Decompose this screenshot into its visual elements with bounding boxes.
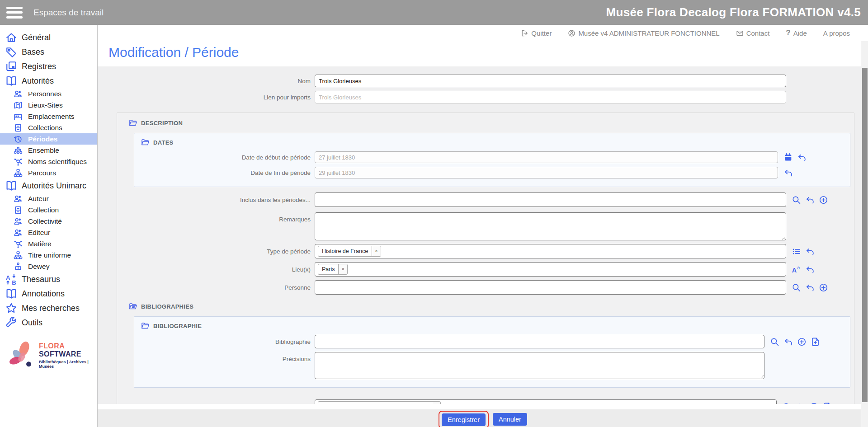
tag-chip: La liberté guidant le peuple- Urtado Mic… — [318, 401, 441, 404]
cabinet-icon — [14, 206, 23, 215]
bibliographies-section-header[interactable]: BIBLIOGRAPHIES — [117, 301, 854, 312]
sidebar-item-matiere[interactable]: Matière — [0, 238, 97, 249]
sidebar-item-personnes[interactable]: Personnes — [0, 88, 97, 99]
undo-icon[interactable] — [805, 247, 815, 256]
file-plus-icon[interactable] — [823, 402, 832, 404]
sidebar-item-collection[interactable]: Collection — [0, 204, 97, 216]
dates-section-header[interactable]: DATES — [134, 137, 850, 148]
photo-documentaire-input[interactable]: La liberté guidant le peuple- Urtado Mic… — [315, 399, 777, 404]
undo-icon[interactable] — [805, 283, 815, 292]
workspace-label[interactable]: Espaces de travail — [33, 8, 104, 18]
personne-row: Personne — [117, 280, 854, 295]
sidebar-item-label: Editeur — [28, 229, 50, 237]
add-circle-icon[interactable] — [819, 283, 828, 292]
people-icon — [14, 228, 23, 237]
lien-imports-row: Lien pour imports — [98, 91, 868, 103]
folder-icon — [141, 322, 149, 330]
undo-icon[interactable] — [797, 153, 807, 162]
sidebar-item-emplacements[interactable]: Emplacements — [0, 111, 97, 122]
nom-input[interactable] — [315, 75, 786, 87]
sidebar-item-lieux-sites[interactable]: Lieux-Sites — [0, 99, 97, 111]
date-debut-input[interactable] — [315, 151, 778, 163]
sidebar-item-annotations[interactable]: Annotations — [0, 286, 97, 301]
search-icon[interactable] — [792, 283, 801, 292]
application-title: Musée Flora Decalog Flora FORMATION v4.5 — [606, 5, 861, 19]
personne-input[interactable] — [315, 280, 786, 295]
sidebar-item-registres[interactable]: Registres — [0, 59, 97, 74]
file-plus-icon[interactable] — [811, 337, 820, 347]
list-icon[interactable] — [792, 247, 801, 256]
undo-icon[interactable] — [783, 168, 793, 178]
translate-icon: AB — [5, 273, 17, 285]
footer-action-bar: Enregistrer Annuler — [98, 409, 868, 427]
sidebar-item-mes-recherches[interactable]: Mes recherches — [0, 301, 97, 315]
lieux-input[interactable]: Paris × — [315, 262, 786, 277]
sidebar-item-editeur[interactable]: Editeur — [0, 227, 97, 238]
chip-remove-icon[interactable]: × — [432, 402, 440, 404]
sidebar-item-label: Bases — [22, 47, 44, 57]
sidebar-item-parcours[interactable]: Parcours — [0, 167, 97, 178]
search-icon[interactable] — [782, 402, 792, 404]
add-circle-icon[interactable] — [797, 337, 807, 347]
contact-label: Contact — [746, 29, 770, 37]
save-button-highlight: Enregistrer — [439, 411, 489, 427]
sidebar-item-auteur[interactable]: Auteur — [0, 193, 97, 204]
undo-icon[interactable] — [783, 337, 793, 347]
sidebar-item-outils[interactable]: Outils — [0, 315, 97, 330]
contact-link[interactable]: Contact — [736, 29, 770, 37]
sidebar-item-periodes[interactable]: Périodes — [0, 133, 97, 145]
search-icon[interactable] — [792, 195, 801, 205]
add-circle-icon[interactable] — [819, 195, 828, 205]
top-header-bar: Espaces de travail Musée Flora Decalog F… — [0, 0, 868, 25]
network-icon — [14, 239, 23, 249]
bibliographie-input[interactable] — [315, 335, 764, 348]
undo-icon[interactable] — [805, 195, 815, 205]
scrollbar-thumb[interactable] — [862, 68, 868, 402]
description-section-header[interactable]: DESCRIPTION — [117, 117, 854, 128]
sidebar-item-collectivite[interactable]: Collectivité — [0, 216, 97, 227]
svg-text:B: B — [12, 279, 16, 285]
sidebar-item-ensemble[interactable]: Ensemble — [0, 145, 97, 156]
type-periode-input[interactable]: Histoire de France × — [315, 244, 786, 258]
hamburger-menu-icon[interactable] — [6, 7, 23, 19]
date-fin-input[interactable] — [315, 167, 778, 178]
sidebar-item-collections[interactable]: Collections — [0, 122, 97, 133]
sidebar-item-autorites[interactable]: Autorités — [0, 74, 97, 88]
dates-section: DATES Date de début de période Date de f… — [134, 133, 850, 187]
bibliographie-section-header[interactable]: BIBLIOGRAPHIE — [134, 320, 850, 331]
sidebar-item-bases[interactable]: Bases — [0, 45, 97, 59]
search-icon[interactable] — [770, 337, 779, 347]
lien-imports-input[interactable] — [315, 91, 786, 103]
undo-icon[interactable] — [805, 265, 815, 274]
save-button[interactable]: Enregistrer — [442, 413, 486, 426]
precisions-textarea[interactable] — [315, 352, 764, 379]
remarques-textarea[interactable] — [315, 212, 786, 240]
vertical-scrollbar[interactable] — [861, 41, 868, 427]
tag-chip: Paris × — [318, 264, 348, 275]
sidebar-item-label: Général — [22, 33, 51, 42]
quit-link[interactable]: Quitter — [521, 29, 552, 37]
sidebar-item-autorites-unimarc[interactable]: Autorités Unimarc — [0, 178, 97, 193]
add-circle-icon[interactable] — [809, 402, 819, 404]
chip-label: Histoire de France — [318, 246, 372, 256]
font-case-icon[interactable]: Ab — [792, 265, 801, 274]
sidebar-item-thesaurus[interactable]: ABThesaurus — [0, 272, 97, 286]
sidebar-item-general[interactable]: Général — [0, 30, 97, 45]
help-link[interactable]: ? Aide — [786, 28, 807, 38]
chip-remove-icon[interactable]: × — [338, 264, 347, 274]
undo-icon[interactable] — [796, 402, 805, 404]
about-link[interactable]: A propos — [823, 29, 850, 37]
sidebar-item-noms-scientifiques[interactable]: Noms scientifiques — [0, 156, 97, 167]
sitemap-icon — [14, 169, 23, 178]
sidebar-item-titre-uniforme[interactable]: Titre uniforme — [0, 249, 97, 261]
sidebar-item-dewey[interactable]: Dewey — [0, 261, 97, 272]
sidebar-item-label: Noms scientifiques — [28, 158, 87, 166]
folder-icon — [129, 119, 137, 127]
inclus-periodes-input[interactable] — [315, 192, 786, 207]
cancel-button[interactable]: Annuler — [493, 413, 527, 426]
sidebar-item-label: Autorités — [22, 76, 54, 86]
tag-icon — [5, 46, 17, 58]
current-user-link[interactable]: Musée v4 ADMINISTRATEUR FONCTIONNEL — [568, 29, 719, 37]
chip-remove-icon[interactable]: × — [372, 246, 380, 256]
calendar-icon[interactable] — [783, 153, 793, 162]
